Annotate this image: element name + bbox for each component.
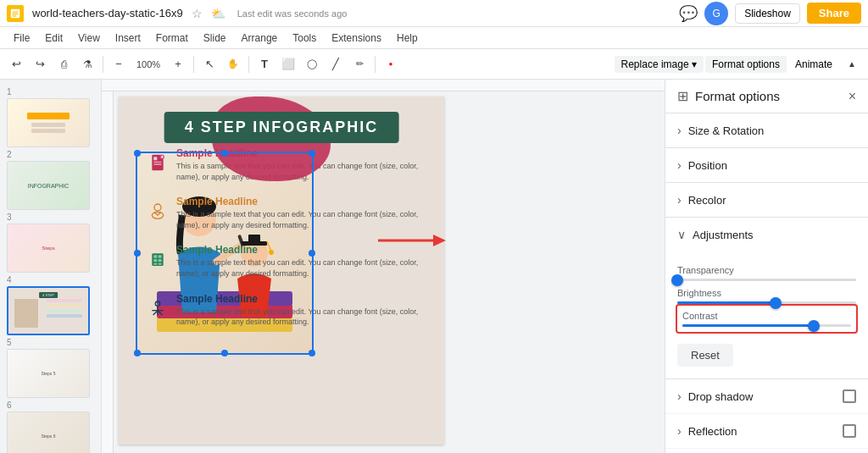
slide-num-4: 4	[7, 275, 94, 285]
transparency-label: Transparency	[677, 265, 856, 275]
brightness-slider-fill	[677, 301, 776, 304]
slide-title: 4 STEP INFOGRAPHIC	[164, 112, 399, 143]
reflection-checkbox[interactable]	[843, 424, 856, 438]
info-icon-3	[147, 244, 168, 274]
svg-rect-31	[159, 259, 162, 262]
brightness-slider-track[interactable]	[677, 301, 856, 304]
drive-icon[interactable]: ⛅	[211, 7, 225, 20]
slide-num-6: 6	[7, 401, 94, 410]
slide-img-2[interactable]: INFOGRAPHIC	[7, 161, 90, 210]
animate-button[interactable]: Animate	[788, 56, 839, 73]
canvas-area[interactable]: 4 STEP INFOGRAPHIC	[102, 80, 665, 453]
transparency-slider-container	[677, 279, 856, 281]
recolor-header[interactable]: › Recolor	[665, 183, 868, 217]
hand-button[interactable]: ✋	[222, 53, 244, 75]
reset-button[interactable]: Reset	[677, 344, 733, 367]
zoom-value[interactable]: 100%	[131, 53, 165, 75]
menu-insert[interactable]: Insert	[108, 30, 147, 46]
svg-rect-3	[13, 15, 17, 16]
star-icon[interactable]: ☆	[192, 7, 203, 20]
image-button[interactable]: ⬜	[277, 53, 299, 75]
share-button[interactable]: Share	[807, 3, 861, 24]
info-text-2: Sample Headline This is a sample text th…	[176, 196, 427, 230]
format-options-button[interactable]: Format options	[705, 56, 787, 73]
adjustments-body: Transparency Brightness	[665, 251, 868, 378]
svg-line-37	[153, 310, 158, 314]
position-header[interactable]: › Position	[665, 148, 868, 182]
slide-thumb-5[interactable]: 5 Steps 5	[7, 338, 94, 398]
adjustments-header[interactable]: ∨ Adjustments	[665, 218, 868, 251]
slide-img-6[interactable]: Steps 6	[7, 412, 90, 453]
recolor-label: Recolor	[688, 194, 726, 207]
contrast-highlight-box: Contrast	[676, 304, 858, 334]
menu-help[interactable]: Help	[390, 30, 425, 46]
menu-slide[interactable]: Slide	[197, 30, 233, 46]
replace-image-button[interactable]: Replace image ▾	[615, 56, 704, 73]
slide-img-3[interactable]: Steps	[7, 224, 90, 273]
file-title[interactable]: world-teachers-day-static-16x9	[32, 7, 183, 19]
slide-thumb-1[interactable]: 1	[7, 87, 94, 147]
menu-view[interactable]: View	[71, 30, 107, 46]
slide-img-1[interactable]	[7, 98, 90, 147]
contrast-slider-fill	[682, 324, 814, 327]
section-reflection[interactable]: › Reflection	[665, 414, 868, 449]
slide-canvas[interactable]: 4 STEP INFOGRAPHIC	[119, 97, 444, 445]
menu-arrange[interactable]: Arrange	[235, 30, 285, 46]
brightness-slider-container	[677, 301, 856, 304]
transparency-slider-thumb[interactable]	[671, 274, 683, 286]
menu-file[interactable]: File	[7, 30, 36, 46]
svg-rect-32	[153, 263, 157, 265]
menu-format[interactable]: Format	[149, 30, 195, 46]
sep4	[375, 56, 376, 73]
brightness-control: Brightness	[677, 288, 856, 304]
laser-button[interactable]: ●	[380, 53, 402, 75]
pen-button[interactable]: ✏	[348, 53, 370, 75]
sep3	[248, 56, 249, 73]
cursor-button[interactable]: ↖	[198, 53, 220, 75]
size-rotation-header[interactable]: › Size & Rotation	[665, 113, 868, 147]
redo-button[interactable]: ↪	[29, 53, 51, 75]
svg-rect-17	[153, 157, 157, 160]
collapse-toolbar-button[interactable]: ▲	[841, 53, 863, 75]
chat-icon[interactable]: 💬	[679, 4, 698, 23]
menu-tools[interactable]: Tools	[286, 30, 323, 46]
format-panel-icon: ⊞	[677, 88, 688, 104]
svg-point-34	[155, 301, 159, 306]
svg-point-23	[154, 204, 161, 211]
contrast-control: Contrast	[677, 304, 856, 334]
text-button[interactable]: T	[253, 53, 275, 75]
drop-shadow-checkbox[interactable]	[843, 389, 856, 403]
shapes-button[interactable]: ◯	[301, 53, 323, 75]
zoom-out-button[interactable]: −	[108, 53, 130, 75]
recolor-chevron: ›	[677, 193, 682, 207]
slide-thumb-3[interactable]: 3 Steps	[7, 213, 94, 273]
slide-thumb-2[interactable]: 2 INFOGRAPHIC	[7, 150, 94, 210]
menu-edit[interactable]: Edit	[38, 30, 70, 46]
undo-button[interactable]: ↩	[5, 53, 27, 75]
slide-img-4[interactable]: 4 STEP	[7, 286, 90, 335]
line-button[interactable]: ╱	[325, 53, 347, 75]
paint-format-button[interactable]: ⚗	[76, 53, 98, 75]
slide-thumb-4[interactable]: 4 4 STEP	[7, 275, 94, 335]
brightness-slider-thumb[interactable]	[770, 297, 782, 309]
section-drop-shadow[interactable]: › Drop shadow	[665, 379, 868, 414]
slideshow-button[interactable]: Slideshow	[735, 3, 800, 24]
ruler-vertical	[102, 91, 114, 453]
menu-extensions[interactable]: Extensions	[325, 30, 388, 46]
slide-content: 4 STEP INFOGRAPHIC	[119, 97, 444, 445]
adjustments-label: Adjustments	[693, 229, 754, 241]
svg-rect-29	[159, 256, 162, 258]
zoom-in-button[interactable]: +	[167, 53, 189, 75]
slide-thumb-6[interactable]: 6 Steps 6	[7, 401, 94, 453]
format-panel-close[interactable]: ×	[849, 89, 856, 104]
contrast-slider-thumb[interactable]	[808, 320, 820, 332]
transparency-slider-track[interactable]	[677, 279, 856, 281]
print-button[interactable]: ⎙	[53, 53, 75, 75]
sep1	[103, 56, 103, 73]
contrast-slider-container	[682, 324, 851, 327]
drop-shadow-label: Drop shadow	[688, 390, 843, 403]
slide-img-5[interactable]: Steps 5	[7, 349, 90, 398]
info-icon-1	[147, 147, 168, 178]
format-panel-title: Format options	[695, 89, 849, 103]
contrast-slider-track[interactable]	[682, 324, 851, 327]
